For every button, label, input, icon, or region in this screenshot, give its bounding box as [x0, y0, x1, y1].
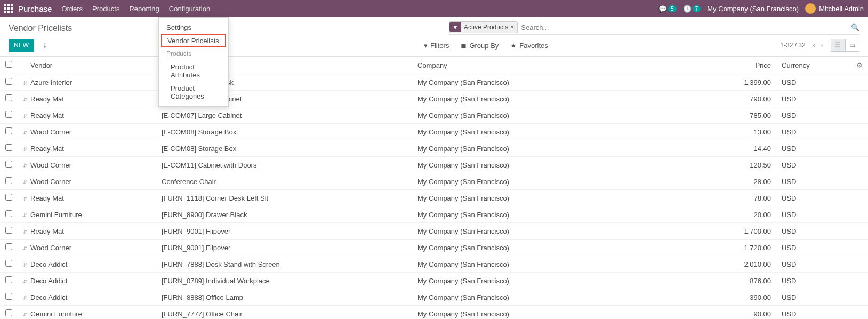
view-list[interactable]: ☰	[831, 39, 845, 52]
facet-remove[interactable]: ×	[510, 23, 514, 31]
new-button[interactable]: NEW	[9, 39, 34, 52]
table-row[interactable]: ⇵Ready Mat[E-COM08] Storage BoxMy Compan…	[0, 140, 868, 157]
optional-columns-icon[interactable]: ⚙	[851, 57, 868, 74]
cell-company: My Company (San Francisco)	[412, 124, 707, 140]
search-facet: ▼ Active Products ×	[449, 21, 518, 33]
pager-prev[interactable]: ‹	[811, 42, 817, 49]
row-checkbox[interactable]	[5, 293, 12, 300]
drag-handle-icon[interactable]: ⇵	[23, 312, 27, 317]
row-checkbox[interactable]	[5, 260, 12, 267]
view-kanban[interactable]: ▭	[845, 39, 859, 52]
cell-company: My Company (San Francisco)	[412, 240, 707, 256]
pager-next[interactable]: ›	[819, 42, 825, 49]
drag-handle-icon[interactable]: ⇵	[23, 179, 27, 185]
nav-orders[interactable]: Orders	[61, 1, 83, 17]
pager-text[interactable]: 1-32 / 32	[780, 42, 805, 49]
row-checkbox[interactable]	[5, 227, 12, 234]
search-input[interactable]	[521, 23, 851, 31]
chat-icon[interactable]: 💬5	[658, 5, 677, 13]
apps-icon[interactable]	[4, 4, 13, 13]
download-icon[interactable]: ⭳	[42, 42, 49, 50]
filters-button[interactable]: ▾Filters	[424, 42, 449, 50]
drag-handle-icon[interactable]: ⇵	[23, 295, 27, 301]
row-checkbox[interactable]	[5, 161, 12, 168]
chat-badge: 5	[668, 5, 677, 12]
app-brand[interactable]: Purchase	[18, 4, 52, 13]
table-row[interactable]: ⇵Ready Mat[FURN_1118] Corner Desk Left S…	[0, 190, 868, 206]
row-checkbox[interactable]	[5, 194, 12, 201]
nav-products[interactable]: Products	[92, 1, 119, 17]
row-checkbox[interactable]	[5, 243, 12, 250]
cell-company: My Company (San Francisco)	[412, 306, 707, 320]
cell-product: [FURN_9001] Flipover	[156, 240, 412, 256]
svg-rect-5	[11, 7, 13, 10]
table-row[interactable]: ⇵Ready Mat[E-COM07] Large CabinetMy Comp…	[0, 107, 868, 124]
topbar: Purchase Orders Products Reporting Confi…	[0, 0, 868, 17]
cell-company: My Company (San Francisco)	[412, 74, 707, 91]
table-row[interactable]: ⇵Wood Corner[FURN_9001] FlipoverMy Compa…	[0, 240, 868, 256]
cell-company: My Company (San Francisco)	[412, 157, 707, 173]
dd-product-categories[interactable]: Product Categories	[159, 82, 228, 103]
table-row[interactable]: ⇵Wood Corner[E-COM08] Storage BoxMy Comp…	[0, 124, 868, 140]
cell-price: 14.40	[707, 140, 776, 157]
row-checkbox[interactable]	[5, 309, 12, 316]
nav-reporting[interactable]: Reporting	[129, 1, 159, 17]
row-checkbox[interactable]	[5, 94, 12, 101]
table-row[interactable]: ⇵Wood CornerConference ChairMy Company (…	[0, 173, 868, 190]
cell-company: My Company (San Francisco)	[412, 140, 707, 157]
row-checkbox[interactable]	[5, 78, 12, 85]
drag-handle-icon[interactable]: ⇵	[23, 196, 27, 202]
table-row[interactable]: ⇵Gemini Furniture[FURN_8900] Drawer Blac…	[0, 206, 868, 223]
groupby-button[interactable]: ≣Group By	[461, 42, 499, 50]
dd-vendor-pricelists[interactable]: Vendor Pricelists	[161, 34, 226, 47]
drag-handle-icon[interactable]: ⇵	[23, 262, 27, 268]
table-row[interactable]: ⇵Gemini Furniture[FURN_7777] Office Chai…	[0, 306, 868, 320]
row-checkbox[interactable]	[5, 177, 12, 184]
row-checkbox[interactable]	[5, 276, 12, 283]
company-selector[interactable]: My Company (San Francisco)	[707, 5, 799, 13]
drag-handle-icon[interactable]: ⇵	[23, 278, 27, 284]
table-row[interactable]: ⇵Deco Addict[FURN_0789] Individual Workp…	[0, 273, 868, 289]
col-vendor[interactable]: ⇅Vendor	[18, 57, 156, 74]
dd-settings[interactable]: Settings	[159, 21, 228, 34]
table-row[interactable]: ⇵Azure Interior[E-COM09] Large DeskMy Co…	[0, 74, 868, 91]
cell-price: 120.50	[707, 157, 776, 173]
drag-handle-icon[interactable]: ⇵	[23, 97, 27, 102]
cell-price: 790.00	[707, 91, 776, 107]
table-row[interactable]: ⇵Wood Corner[E-COM11] Cabinet with Doors…	[0, 157, 868, 173]
row-checkbox[interactable]	[5, 127, 12, 134]
drag-handle-icon[interactable]: ⇵	[23, 245, 27, 251]
select-all-checkbox[interactable]	[5, 61, 12, 68]
col-currency[interactable]: Currency	[776, 57, 851, 74]
drag-handle-icon[interactable]: ⇵	[23, 80, 27, 86]
cell-product: [E-COM07] Large Cabinet	[156, 107, 412, 124]
activity-icon[interactable]: 🕓7	[683, 5, 701, 13]
row-checkbox[interactable]	[5, 144, 12, 151]
table-row[interactable]: ⇵Ready Mat[FURN_9001] FlipoverMy Company…	[0, 223, 868, 240]
col-company[interactable]: Company	[412, 57, 707, 74]
row-checkbox[interactable]	[5, 210, 12, 217]
table-row[interactable]: ⇵Deco Addict[FURN_8888] Office LampMy Co…	[0, 289, 868, 306]
dd-product-attributes[interactable]: Product Attributes	[159, 60, 228, 82]
row-checkbox[interactable]	[5, 111, 12, 118]
drag-handle-icon[interactable]: ⇵	[23, 163, 27, 169]
favorites-button[interactable]: ★Favorites	[510, 42, 548, 50]
cell-product: [FURN_7888] Desk Stand with Screen	[156, 256, 412, 273]
search-icon[interactable]: 🔍	[851, 23, 859, 31]
cell-vendor: Gemini Furniture	[30, 211, 82, 219]
col-price[interactable]: Price	[707, 57, 776, 74]
table-row[interactable]: ⇵Ready Mat[E-COM07] Large CabinetMy Comp…	[0, 91, 868, 107]
drag-handle-icon[interactable]: ⇵	[23, 212, 27, 218]
search-bar[interactable]: ▼ Active Products × 🔍	[449, 21, 859, 35]
drag-handle-icon[interactable]: ⇵	[23, 229, 27, 235]
filter-icon: ▼	[449, 22, 461, 32]
user-menu[interactable]: Mitchell Admin	[805, 3, 864, 14]
nav-configuration[interactable]: Configuration	[169, 1, 210, 17]
drag-handle-icon[interactable]: ⇵	[23, 130, 27, 135]
drag-handle-icon[interactable]: ⇵	[23, 113, 27, 119]
cell-vendor: Wood Corner	[30, 244, 71, 252]
drag-handle-icon[interactable]: ⇵	[23, 146, 27, 152]
cell-currency: USD	[776, 107, 851, 124]
cell-company: My Company (San Francisco)	[412, 107, 707, 124]
table-row[interactable]: ⇵Deco Addict[FURN_7888] Desk Stand with …	[0, 256, 868, 273]
